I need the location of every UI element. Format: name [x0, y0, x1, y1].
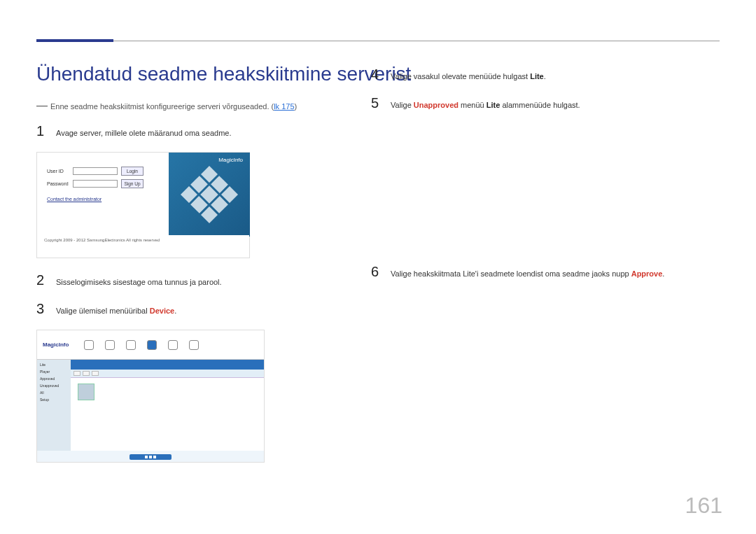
step-text: Valige Unapproved menüü Lite alammenüüde… — [391, 99, 580, 111]
nav-icon[interactable] — [189, 340, 199, 350]
device-brand: MagicInfo — [43, 342, 69, 348]
step-text-post: alammenüüde hulgast. — [500, 101, 580, 109]
step-text-mid: menüü — [458, 101, 486, 109]
login-branding: MagicInfo — [169, 153, 250, 237]
device-sidebar: Lite Player Approved Unapproved All Setu… — [37, 360, 71, 451]
lite-bold: Lite — [486, 101, 500, 109]
nav-icons — [84, 340, 199, 350]
login-copyright: Copyright 2009 - 2012 SamsungElectronics… — [37, 235, 249, 258]
pre-note: ―Enne seadme heakskiitmist konfigureerig… — [36, 98, 337, 113]
user-id-label: User ID — [47, 169, 69, 174]
step-text-pre: Valige — [391, 101, 414, 109]
step-number: 6 — [371, 264, 381, 280]
device-toolbar — [71, 360, 264, 370]
step-3: 3 Valige ülemisel menüüribal Device. — [36, 301, 337, 317]
sidebar-item[interactable]: All — [40, 391, 68, 395]
login-button[interactable]: Login — [121, 167, 144, 176]
step-number: 5 — [371, 95, 381, 111]
page-number: 161 — [685, 493, 722, 519]
step-text: Valige vasakul olevate menüüde hulgast L… — [391, 71, 546, 83]
password-label: Password — [47, 181, 69, 186]
sidebar-item[interactable]: Setup — [40, 398, 68, 402]
step-text-post: . — [662, 269, 664, 278]
step-text-post: . — [174, 307, 176, 315]
accent-bar — [36, 39, 113, 42]
device-screenshot: MagicInfo Lite Player Approved Unapprove… — [36, 330, 265, 463]
contact-admin-link[interactable]: Contact the administrator — [47, 197, 159, 202]
step-text-pre: Valige ülemisel menüüribal — [56, 307, 150, 315]
step-number: 1 — [36, 123, 46, 139]
note-text-prefix: Enne seadme heakskiitmist konfigureerige… — [50, 102, 274, 111]
password-field[interactable] — [73, 180, 118, 188]
login-form: User ID Login Password Sign Up Contact t… — [37, 153, 169, 237]
toolbar-chip[interactable] — [74, 371, 80, 376]
spacer — [371, 124, 707, 264]
step-text: Valige ülemisel menüüribal Device. — [56, 305, 176, 317]
toolbar-chip[interactable] — [83, 371, 90, 376]
step-text-pre: Valige heakskiitmata Lite'i seadmete loe… — [391, 269, 631, 278]
step-text: Avage server, millele olete määranud oma… — [56, 127, 232, 139]
toolbar-chip[interactable] — [92, 371, 99, 376]
step-1: 1 Avage server, millele olete määranud o… — [36, 123, 337, 139]
sidebar-item[interactable]: Lite — [40, 363, 68, 367]
pager[interactable] — [130, 454, 172, 460]
nav-icon[interactable] — [84, 340, 94, 350]
step-4: 4 Valige vasakul olevate menüüde hulgast… — [371, 66, 707, 83]
device-topbar: MagicInfo — [37, 330, 264, 360]
step-2: 2 Sisselogimiseks sisestage oma tunnus j… — [36, 272, 337, 288]
step-text-post: . — [544, 72, 546, 80]
dash-icon: ― — [36, 99, 48, 111]
approve-highlight: Approve — [631, 269, 663, 278]
nav-icon[interactable] — [168, 340, 178, 350]
step-text: Valige heakskiitmata Lite'i seadmete loe… — [391, 268, 664, 280]
device-main — [71, 360, 264, 451]
login-screenshot: User ID Login Password Sign Up Contact t… — [36, 152, 250, 258]
device-body: Lite Player Approved Unapproved All Setu… — [37, 360, 264, 451]
step-5: 5 Valige Unapproved menüü Lite alammenüü… — [371, 95, 707, 111]
unapproved-highlight: Unapproved — [414, 101, 458, 109]
sidebar-item[interactable]: Approved — [40, 377, 68, 381]
user-id-field[interactable] — [73, 167, 118, 175]
page-title: Ühendatud seadme heakskiitmine serverist — [36, 63, 411, 85]
lite-bold: Lite — [530, 72, 544, 80]
step-text-pre: Valige vasakul olevate menüüde hulgast — [391, 72, 530, 80]
top-rule — [36, 41, 720, 41]
note-text-suffix: ) — [295, 102, 298, 111]
nav-icon[interactable] — [105, 340, 115, 350]
note-link[interactable]: lk 175 — [274, 102, 294, 111]
device-subbar — [71, 370, 264, 378]
signup-button[interactable]: Sign Up — [121, 179, 144, 188]
step-number: 4 — [371, 66, 381, 83]
sidebar-item[interactable]: Player — [40, 370, 68, 374]
nav-icon-device[interactable] — [147, 340, 157, 350]
step-number: 2 — [36, 272, 46, 288]
column-right: 4 Valige vasakul olevate menüüde hulgast… — [371, 66, 707, 293]
column-left: ―Enne seadme heakskiitmist konfigureerig… — [36, 98, 337, 477]
brand-label: MagicInfo — [218, 157, 243, 163]
brand-cube-icon — [181, 166, 238, 223]
device-highlight: Device — [150, 307, 174, 315]
step-6: 6 Valige heakskiitmata Lite'i seadmete l… — [371, 264, 707, 280]
step-number: 3 — [36, 301, 46, 317]
sidebar-item[interactable]: Unapproved — [40, 384, 68, 388]
device-tile[interactable] — [78, 384, 94, 400]
nav-icon[interactable] — [126, 340, 136, 350]
step-text: Sisselogimiseks sisestage oma tunnus ja … — [56, 276, 222, 288]
device-footer — [37, 452, 264, 462]
